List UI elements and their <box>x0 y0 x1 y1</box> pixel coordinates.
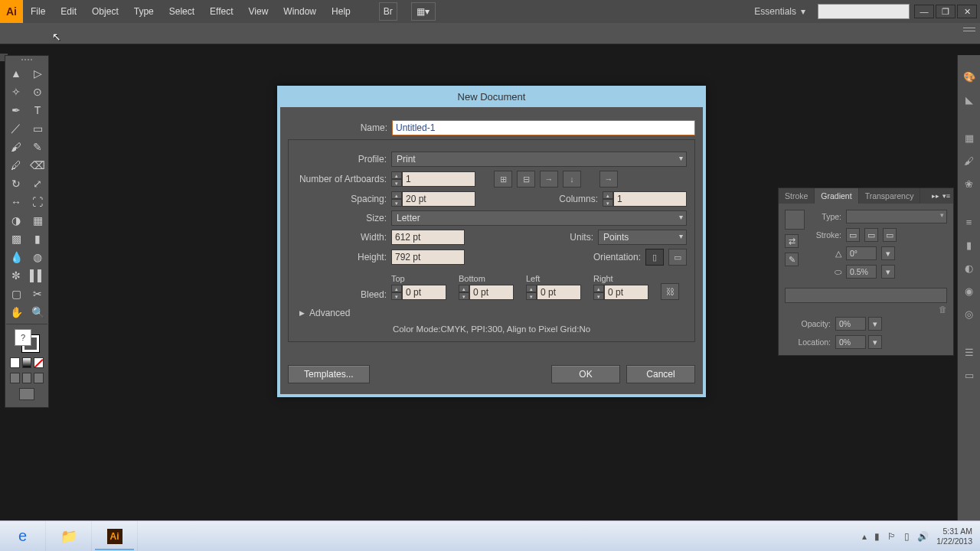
taskbar-ie[interactable]: e <box>0 521 46 552</box>
taskbar-explorer[interactable]: 📁 <box>46 521 92 552</box>
symbols-panel-icon[interactable]: ❀ <box>960 174 978 193</box>
columns-spinner[interactable]: ▴▾ <box>603 191 687 207</box>
width-input[interactable] <box>391 230 465 245</box>
bleed-top-input[interactable] <box>402 285 446 300</box>
tray-clock[interactable]: 5:31 AM 1/22/2013 <box>936 527 972 546</box>
spinner-down-icon[interactable]: ▾ <box>526 292 537 300</box>
type-tool[interactable]: T <box>28 102 47 119</box>
tray-show-hidden-icon[interactable]: ▴ <box>862 531 867 542</box>
artboard-tool[interactable]: ▢ <box>6 285 26 302</box>
maximize-button[interactable]: ❐ <box>936 5 956 18</box>
gradient-panel-icon[interactable]: ▮ <box>960 236 978 254</box>
spinner-up-icon[interactable]: ▴ <box>391 191 402 199</box>
arrange-row-icon[interactable]: → <box>540 171 558 187</box>
spinner-up-icon[interactable]: ▴ <box>391 285 402 292</box>
tab-gradient[interactable]: Gradient <box>815 188 858 204</box>
artboards-spinner[interactable]: ▴▾ <box>391 171 475 187</box>
hand-tool[interactable]: ✋ <box>6 304 26 321</box>
orientation-portrait-button[interactable]: ▯ <box>645 249 664 266</box>
gradient-annotator-icon[interactable]: ✎ <box>785 253 799 266</box>
color-panel-icon[interactable]: 🎨 <box>960 67 978 86</box>
spinner-up-icon[interactable]: ▴ <box>459 285 469 292</box>
blob-brush-tool[interactable]: 🖊 <box>6 157 26 174</box>
spacing-input[interactable] <box>402 191 475 207</box>
spinner-down-icon[interactable]: ▾ <box>603 199 613 207</box>
tray-battery-icon[interactable]: ▮ <box>874 531 880 542</box>
templates-button[interactable]: Templates... <box>288 365 370 383</box>
bleed-bottom-input[interactable] <box>469 285 514 300</box>
spinner-down-icon[interactable]: ▾ <box>459 292 469 300</box>
gradient-ramp[interactable] <box>785 288 947 303</box>
menu-effect[interactable]: Effect <box>202 0 240 23</box>
stroke-within-icon[interactable]: ▭ <box>846 228 860 242</box>
arrange-col-icon[interactable]: ↓ <box>563 171 581 187</box>
tray-action-center-icon[interactable]: 🏳 <box>887 531 897 542</box>
aspect-input[interactable]: 0.5% <box>846 265 877 279</box>
link-bleed-icon[interactable]: ⛓ <box>661 283 679 300</box>
artboards-panel-icon[interactable]: ▭ <box>960 366 978 384</box>
selection-tool[interactable]: ▲ <box>6 65 26 82</box>
close-button[interactable]: ✕ <box>957 5 977 18</box>
gradient-preview[interactable] <box>785 210 805 230</box>
arrange-rtl-icon[interactable]: → <box>599 171 618 187</box>
eraser-tool[interactable]: ⌫ <box>28 157 47 174</box>
panel-grip[interactable] <box>5 56 48 64</box>
arrange-docs-button[interactable]: ▦▾ <box>411 2 436 21</box>
menu-help[interactable]: Help <box>324 0 358 23</box>
cancel-button[interactable]: Cancel <box>626 365 695 383</box>
gradient-tool[interactable]: ▮ <box>28 230 47 247</box>
line-tool[interactable]: ／ <box>6 120 26 137</box>
bleed-right-input[interactable] <box>604 285 648 300</box>
menu-view[interactable]: View <box>241 0 276 23</box>
spinner-up-icon[interactable]: ▴ <box>391 171 402 179</box>
direct-selection-tool[interactable]: ▷ <box>28 65 47 82</box>
color-mode-gradient[interactable] <box>22 357 32 368</box>
delete-stop-icon[interactable]: 🗑 <box>939 305 947 314</box>
taskbar-illustrator[interactable]: Ai <box>92 521 138 552</box>
spinner-up-icon[interactable]: ▴ <box>526 285 537 292</box>
reverse-gradient-icon[interactable]: ⇄ <box>785 234 799 248</box>
color-guide-panel-icon[interactable]: ◣ <box>960 90 978 109</box>
location-dd[interactable]: ▾ <box>868 335 882 349</box>
pen-tool[interactable]: ✒ <box>6 102 26 119</box>
symbol-sprayer-tool[interactable]: ✼ <box>6 267 26 284</box>
profile-dropdown[interactable]: Print <box>391 152 687 167</box>
swatches-panel-icon[interactable]: ▦ <box>960 129 978 147</box>
spinner-up-icon[interactable]: ▴ <box>603 191 613 199</box>
spinner-down-icon[interactable]: ▾ <box>593 292 604 300</box>
orientation-landscape-button[interactable]: ▭ <box>668 249 687 266</box>
shape-builder-tool[interactable]: ◑ <box>6 212 26 229</box>
angle-input[interactable]: 0° <box>846 246 877 260</box>
artboards-input[interactable] <box>402 171 475 187</box>
menu-edit[interactable]: Edit <box>53 0 84 23</box>
ok-button[interactable]: OK <box>551 365 620 383</box>
search-input[interactable] <box>818 4 910 19</box>
mesh-tool[interactable]: ▩ <box>6 230 26 247</box>
menu-window[interactable]: Window <box>276 0 324 23</box>
columns-input[interactable] <box>613 191 687 207</box>
rectangle-tool[interactable]: ▭ <box>28 120 47 137</box>
units-dropdown[interactable]: Points <box>598 230 687 245</box>
aspect-dd[interactable]: ▾ <box>881 265 895 279</box>
stroke-along-icon[interactable]: ▭ <box>864 228 878 242</box>
rotate-tool[interactable]: ↻ <box>6 175 26 192</box>
arrange-grid-col-icon[interactable]: ⊟ <box>517 171 535 187</box>
graphic-styles-panel-icon[interactable]: ◎ <box>960 305 978 323</box>
slice-tool[interactable]: ✂ <box>28 285 47 302</box>
magic-wand-tool[interactable]: ✧ <box>6 83 26 100</box>
brushes-panel-icon[interactable]: 🖌 <box>960 152 978 170</box>
layers-panel-icon[interactable]: ☰ <box>960 343 978 361</box>
free-transform-tool[interactable]: ⛶ <box>28 194 47 210</box>
tray-network-icon[interactable]: ▯ <box>904 531 910 542</box>
panel-collapse-icon[interactable]: ▸▸ <box>932 192 939 200</box>
advanced-toggle[interactable]: ▶ Advanced <box>299 308 687 318</box>
stroke-across-icon[interactable]: ▭ <box>883 228 897 242</box>
opacity-dd[interactable]: ▾ <box>868 317 882 331</box>
zoom-tool[interactable]: 🔍 <box>28 304 47 321</box>
tray-volume-icon[interactable]: 🔊 <box>917 531 929 542</box>
size-dropdown[interactable]: Letter <box>391 210 687 226</box>
pencil-tool[interactable]: ✎ <box>28 139 47 155</box>
tab-stroke[interactable]: Stroke <box>779 188 815 204</box>
tab-transparency[interactable]: Transparency <box>859 188 921 204</box>
lasso-tool[interactable]: ⊙ <box>28 83 47 100</box>
